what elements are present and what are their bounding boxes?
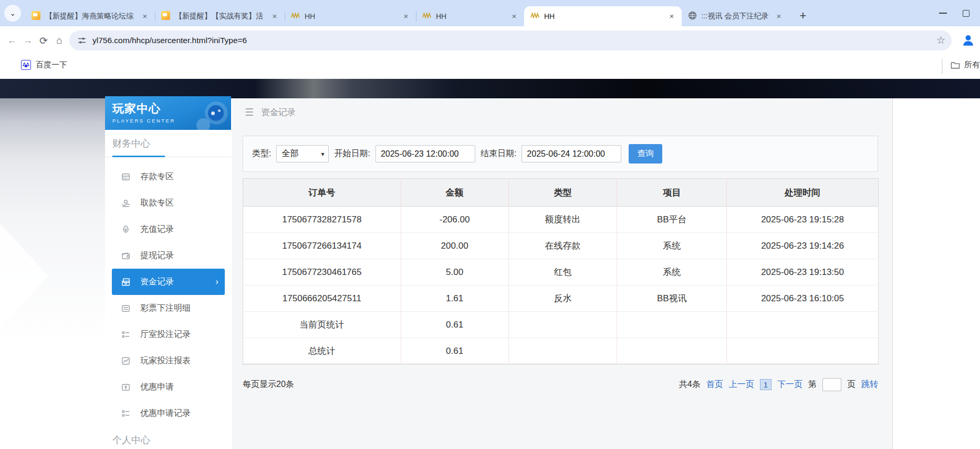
type-label: 类型: [252,148,271,159]
recharge-icon [121,224,131,234]
bookmark-baidu[interactable]: 百度一下 [21,60,67,70]
sidebar-item-label: 取款专区 [140,198,174,209]
back-icon[interactable]: ← [5,34,19,47]
minimize-icon[interactable] [939,13,947,14]
jump-label-pre: 第 [808,379,817,390]
table-cell: BB平台 [617,207,727,233]
table-cell [508,338,617,364]
profile-avatar[interactable] [961,33,975,47]
gold-logo-icon [530,11,539,22]
chart-icon [121,356,131,366]
table-header-cell: 金额 [401,179,508,207]
table-cell: 系统 [617,233,727,259]
sidebar-item-player-report[interactable]: 玩家投注报表 [105,348,231,374]
start-date-input[interactable] [376,145,475,162]
sidebar-item-label: 资金记录 [140,277,174,288]
url-text[interactable]: yl756.com/hhcp/usercenter.html?iniType=6 [92,36,247,45]
tab-close-icon[interactable]: × [401,12,411,21]
tab-title: HH [436,12,505,21]
table-row: 17506772304617655.00红包系统2025-06-23 19:13… [243,259,879,285]
tab[interactable]: 【新提醒】海燕策略论坛综× [25,6,155,26]
sidebar-item-label: 厅室投注记录 [140,329,191,340]
bookmarks-divider [942,59,943,74]
sidebar-item-label: 优惠申请记录 [140,408,191,419]
tab-close-icon[interactable]: × [509,12,519,21]
gold-logo-icon [291,11,300,22]
gold-logo-icon [422,11,431,22]
globe-icon [688,11,697,22]
start-date-label: 开始日期: [334,148,370,159]
sidebar-section-finance: 财务中心 [105,135,231,152]
all-bookmarks-label: 所有书签 [964,60,980,70]
message-icon [32,11,40,22]
url-bar[interactable]: yl756.com/hhcp/usercenter.html?iniType=6 [69,30,952,50]
table-cell: 反水 [508,285,617,312]
table-cell: 当前页统计 [243,312,401,338]
tab-close-icon[interactable]: × [140,12,150,21]
section-underline [105,156,231,157]
prev-page-link[interactable]: 上一页 [729,379,754,390]
sidebar-item-label: 提现记录 [140,250,174,261]
table-cell: 200.00 [401,233,508,259]
tab[interactable]: 【新提醒】【实战有奖】活× [155,6,285,26]
sidebar-item-withdraw[interactable]: 取款专区 [105,190,231,216]
tab[interactable]: HH× [285,6,416,26]
table-cell: 0.61 [401,312,508,338]
chevron-down-icon: ▾ [321,150,324,158]
table-cell: 0.61 [401,338,508,364]
home-icon[interactable]: ⌂ [53,34,66,47]
table-cell: 2025-06-23 19:13:50 [727,259,879,285]
sidebar-item-withdraw-record[interactable]: 提现记录 [105,242,231,269]
sidebar-item-hall-bet-record[interactable]: 厅室投注记录 [105,321,231,348]
page-jump-input[interactable] [822,378,841,391]
chevron-right-icon: › [215,277,218,287]
table-cell: 在线存款 [508,233,617,259]
site-info-icon[interactable] [78,36,86,45]
jump-button[interactable]: 跳转 [861,379,878,390]
type-select[interactable]: 全部 ▾ [276,145,329,162]
search-button[interactable]: 查询 [629,144,662,164]
page-viewport: 玩家中心 PLAYERS CENTER 财务中心 存款专区取款专区充值记录提现记… [0,79,980,449]
all-bookmarks[interactable]: 所有书签 [951,60,980,70]
page-left-background [0,98,105,449]
table-cell: 系统 [617,259,727,285]
first-page-link[interactable]: 首页 [706,379,723,390]
forward-icon[interactable]: → [21,34,35,47]
table-row: 17506662054275111.61反水BB视讯2025-06-23 16:… [243,285,879,312]
funds-table: 订单号金额类型项目处理时间 1750677328271578-206.00额度转… [243,178,879,364]
tab-close-icon[interactable]: × [774,12,784,21]
current-page[interactable]: 1 [760,379,772,390]
end-date-input[interactable] [522,145,621,162]
bookmark-star-icon[interactable]: ☆ [936,34,945,47]
table-header-row: 订单号金额类型项目处理时间 [243,179,879,207]
sidebar-item-promo-apply[interactable]: 优惠申请 [105,374,231,400]
hamburger-icon[interactable]: ☰ [245,106,254,118]
tab-title: HH [305,12,397,21]
sidebar-item-funds-record[interactable]: 资金记录› [112,269,225,295]
tab-close-icon[interactable]: × [667,12,676,21]
tab[interactable]: HH× [416,6,524,26]
sidebar-item-label: 充值记录 [140,224,174,235]
sidebar-item-recharge-record[interactable]: 充值记录 [105,216,231,242]
tab-close-icon[interactable]: × [270,12,279,21]
sidebar-item-label: 彩票下注明细 [140,303,191,314]
reload-icon[interactable]: ⟳ [37,34,50,47]
new-tab-button[interactable]: + [794,7,812,25]
page-title: 资金记录 [261,107,296,118]
tab-title: 【新提醒】【实战有奖】活 [175,12,265,21]
table-cell: 1750677230461765 [243,259,401,285]
grid-list-icon [121,330,131,340]
sidebar-item-lottery-detail[interactable]: 彩票下注明细 [105,295,231,321]
table-cell: 1750666205427511 [243,285,401,312]
tab[interactable]: HH× [524,6,682,26]
table-cell [617,312,727,338]
sidebar-item-deposit[interactable]: 存款专区 [105,164,231,190]
table-cell [508,312,617,338]
sidebar-item-promo-record[interactable]: 优惠申请记录 [105,400,231,426]
restore-icon[interactable] [963,10,969,17]
total-count: 共4条 [679,379,701,390]
sidebar-section-personal: 个人中心 [105,431,231,449]
tab[interactable]: :::视讯 会员下注纪录:::× [682,6,789,26]
tab-search-dropdown[interactable]: ⌄ [4,5,21,22]
next-page-link[interactable]: 下一页 [777,379,802,390]
